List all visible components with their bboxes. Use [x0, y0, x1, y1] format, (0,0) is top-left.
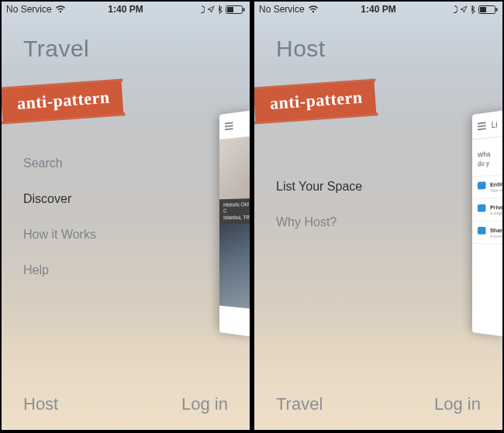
- page-title: Travel: [23, 36, 89, 62]
- peek-list-item[interactable]: Private A single: [472, 198, 502, 222]
- menu-host: List Your Space Why Host?: [276, 180, 362, 251]
- peek-list-item[interactable]: Entire H Your ent: [472, 175, 502, 199]
- door-icon: [478, 204, 486, 212]
- battery-icon: [478, 5, 498, 14]
- menu-item-how-it-works[interactable]: How it Works: [23, 228, 96, 242]
- status-bar: No Service 1:40 PM: [2, 2, 250, 17]
- battery-icon: [226, 5, 245, 14]
- carrier-label: No Service: [259, 4, 305, 15]
- peek-text-line2: do y: [478, 158, 502, 169]
- menu-item-discover[interactable]: Discover: [23, 192, 96, 206]
- footer-login[interactable]: Log in: [434, 394, 481, 414]
- svg-rect-5: [496, 8, 498, 11]
- page-title: Host: [276, 36, 326, 62]
- peek-list-item-subtitle: A couch: [490, 234, 502, 239]
- peek-text-block: Wha do y: [472, 136, 502, 177]
- screen-host: No Service 1:40 PM Host anti-pattern Lis…: [254, 2, 502, 430]
- location-arrow-icon: [207, 5, 215, 13]
- peek-caption-line2: Istanbul, TR: [223, 215, 250, 221]
- svg-rect-1: [227, 7, 233, 12]
- peek-list: Entire H Your ent Private A single Share…: [472, 174, 502, 245]
- moon-icon: [450, 5, 457, 13]
- peek-list-item-title: Private: [490, 204, 502, 211]
- peek-photo-1: [219, 136, 250, 199]
- home-icon: [478, 182, 486, 190]
- burger-icon: [478, 125, 486, 127]
- footer-switch-travel[interactable]: Travel: [276, 394, 323, 414]
- bluetooth-icon: [217, 5, 223, 14]
- status-icons-group: [450, 5, 475, 14]
- peek-card-list-space[interactable]: Li Wha do y Entire H Your ent Private: [472, 110, 502, 337]
- menu-travel: Search Discover How it Works Help: [23, 156, 96, 299]
- wifi-icon: [55, 5, 66, 13]
- peek-list-item-subtitle: Your ent: [490, 187, 502, 193]
- anti-pattern-text: anti-pattern: [2, 81, 123, 122]
- peek-photo-caption: Historic Old C Istanbul, TR: [219, 198, 250, 224]
- menu-item-help[interactable]: Help: [23, 263, 96, 277]
- svg-rect-2: [243, 8, 245, 11]
- svg-rect-4: [480, 7, 486, 12]
- footer-switch-host[interactable]: Host: [23, 394, 58, 414]
- screen-travel: No Service 1:40 PM Travel anti-pattern S…: [2, 2, 250, 430]
- moon-icon: [197, 5, 205, 13]
- menu-item-list-your-space[interactable]: List Your Space: [276, 180, 362, 194]
- status-bar: No Service 1:40 PM: [254, 2, 502, 17]
- peek-photo-2: [219, 224, 250, 309]
- peek-card-discover[interactable]: Historic Old C Istanbul, TR: [219, 110, 250, 337]
- couch-icon: [478, 227, 486, 235]
- carrier-label: No Service: [6, 4, 52, 15]
- menu-item-search[interactable]: Search: [23, 156, 96, 170]
- peek-header-title: Li: [492, 119, 498, 129]
- bluetooth-icon: [470, 5, 475, 14]
- status-icons-group: [197, 5, 223, 14]
- peek-list-item-title: Shared: [490, 227, 502, 234]
- peek-caption-line1: Historic Old C: [223, 201, 250, 215]
- peek-list-item-subtitle: A single: [490, 211, 502, 215]
- peek-header: Li: [472, 110, 502, 140]
- menu-item-why-host[interactable]: Why Host?: [276, 215, 362, 229]
- peek-list-item[interactable]: Shared A couch: [472, 222, 502, 245]
- anti-pattern-badge: anti-pattern: [254, 81, 376, 122]
- footer: Travel Log in: [276, 394, 481, 414]
- footer-login[interactable]: Log in: [181, 394, 228, 414]
- footer: Host Log in: [23, 394, 228, 414]
- wifi-icon: [308, 5, 319, 13]
- location-arrow-icon: [460, 5, 468, 13]
- burger-icon: [225, 125, 233, 127]
- anti-pattern-text: anti-pattern: [254, 81, 376, 122]
- anti-pattern-badge: anti-pattern: [2, 81, 123, 122]
- peek-header: [219, 110, 250, 140]
